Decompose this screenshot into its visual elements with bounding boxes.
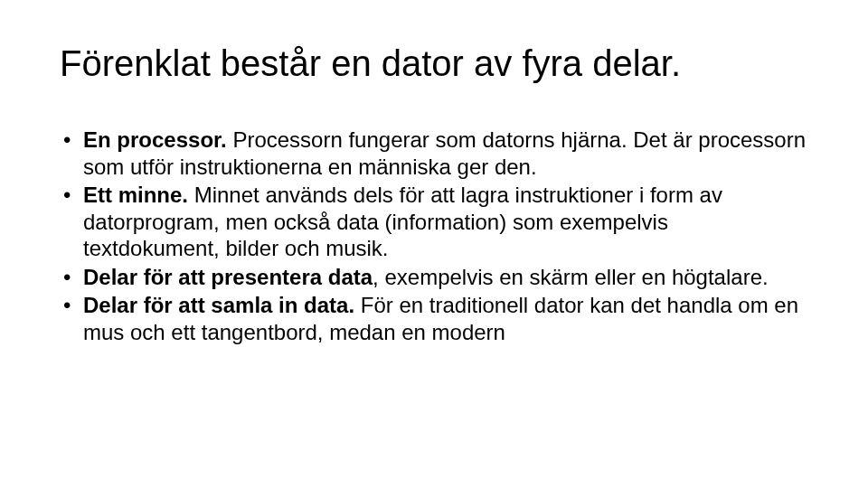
bullet-text: , exempelvis en skärm eller en högtalare… xyxy=(373,265,769,289)
slide-body: En processor. Processorn fungerar som da… xyxy=(60,127,810,347)
slide: Förenklat består en dator av fyra delar.… xyxy=(0,0,868,488)
list-item: Delar för att samla in data. För en trad… xyxy=(60,292,810,345)
list-item: Delar för att presentera data, exempelvi… xyxy=(60,264,810,291)
list-item: Ett minne. Minnet används dels för att l… xyxy=(60,182,810,262)
bullet-bold: En processor. xyxy=(83,127,227,152)
bullet-bold: Ett minne. xyxy=(83,183,188,207)
list-item: En processor. Processorn fungerar som da… xyxy=(60,127,810,180)
slide-title: Förenklat består en dator av fyra delar. xyxy=(60,43,681,84)
bullet-bold: Delar för att presentera data xyxy=(83,265,373,289)
bullet-bold: Delar för att samla in data. xyxy=(83,293,354,317)
